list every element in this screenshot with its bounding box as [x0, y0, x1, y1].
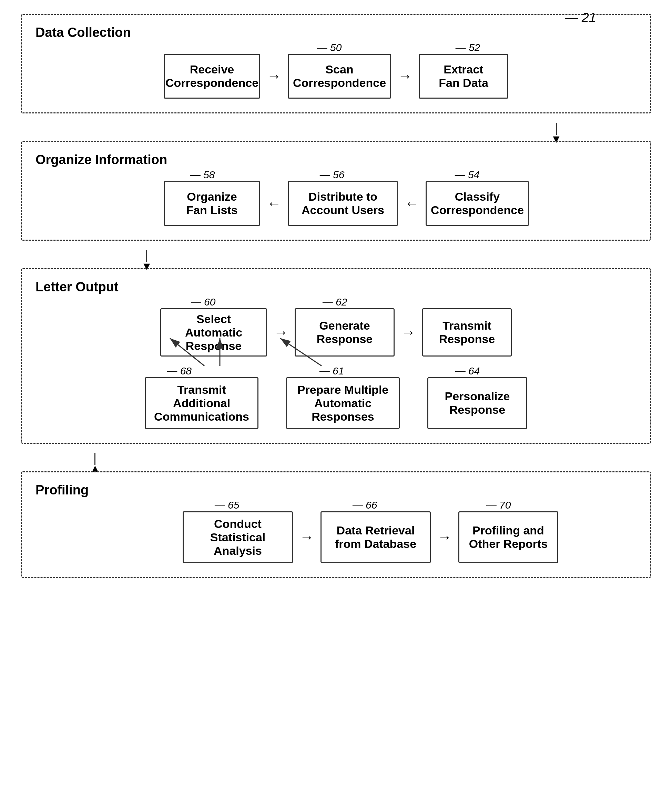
box-profiling-reports: — 70 Profiling andOther Reports: [458, 511, 558, 563]
box-personalize-response: — 64 PersonalizeResponse: [427, 377, 527, 429]
section-title-profiling: Profiling: [36, 483, 636, 498]
arrow-classify-to-distribute: [398, 195, 425, 212]
box-prepare-multiple: — 61 Prepare MultipleAutomatic Responses: [286, 377, 400, 429]
letter-output-top-row: — 60 Select AutomaticResponse — 62 Gener…: [36, 308, 636, 357]
box-profiling-reports-label: Profiling andOther Reports: [469, 524, 548, 551]
data-collection-row: ReceiveCorrespondence — 50 ScanCorrespon…: [36, 54, 636, 99]
box-data-retrieval: — 66 Data Retrievalfrom Database: [320, 511, 431, 563]
box-prepare-label: Prepare MultipleAutomatic Responses: [294, 383, 392, 423]
arrow-data-to-profiling: [431, 529, 458, 546]
arrow-scan-to-extract: [391, 68, 419, 84]
box-distribute-label: Distribute toAccount Users: [301, 190, 384, 217]
section-title-letter-output: Letter Output: [36, 280, 636, 295]
arrow-distribute-to-organize: [260, 195, 288, 212]
ref-extract: — 52: [456, 42, 480, 53]
ref-scan: — 50: [317, 42, 342, 53]
box-transmit-additional-label: Transmit AdditionalCommunications: [153, 383, 250, 423]
box-organize-fan-lists: — 58 OrganizeFan Lists: [164, 181, 260, 226]
ref-distribute: — 56: [320, 169, 345, 181]
organize-information-row: — 58 OrganizeFan Lists — 56 Distribute t…: [36, 181, 636, 226]
box-transmit-label: TransmitResponse: [439, 319, 495, 346]
box-generate-response: — 62 GenerateResponse: [294, 308, 395, 357]
box-classify-label: ClassifyCorrespondence: [431, 190, 524, 217]
box-conduct-statistical: — 65 Conduct StatisticalAnalysis: [183, 511, 293, 563]
section-title-organize: Organize Information: [36, 152, 636, 167]
box-select-automatic-response: — 60 Select AutomaticResponse: [160, 308, 267, 357]
arrow-receive-to-scan: [260, 68, 288, 84]
ref-prepare: — 61: [320, 365, 344, 377]
ref-classify: — 54: [455, 169, 480, 181]
section-organize-information: Organize Information — 58 OrganizeFan Li…: [21, 141, 651, 241]
box-generate-label: GenerateResponse: [317, 319, 373, 346]
arrow-select-to-generate: [267, 324, 294, 341]
section-title-data-collection: Data Collection: [36, 25, 636, 40]
box-scan-correspondence: — 50 ScanCorrespondence: [288, 54, 391, 99]
ref-organize: — 58: [190, 169, 215, 181]
box-distribute-to-account: — 56 Distribute toAccount Users: [288, 181, 398, 226]
box-personalize-label: PersonalizeResponse: [445, 390, 510, 416]
section-profiling: Profiling — 65 Conduct StatisticalAnalys…: [21, 471, 651, 578]
section-letter-output: Letter Output — 60 Select AutomaticRespo…: [21, 268, 651, 444]
box-organize-label: OrganizeFan Lists: [186, 190, 237, 217]
box-extract-fan-data: — 52 ExtractFan Data: [419, 54, 508, 99]
box-transmit-additional: — 68 Transmit AdditionalCommunications: [145, 377, 259, 429]
section-data-collection: Data Collection ReceiveCorrespondence — …: [21, 14, 651, 113]
ref-generate: — 62: [323, 296, 347, 308]
box-extract-label: ExtractFan Data: [439, 63, 488, 90]
box-classify-correspondence: — 54 ClassifyCorrespondence: [425, 181, 529, 226]
box-transmit-response: TransmitResponse: [422, 308, 512, 357]
ref-transmit-add: — 68: [167, 365, 192, 377]
box-select-label: Select AutomaticResponse: [168, 312, 259, 353]
profiling-row: — 65 Conduct StatisticalAnalysis — 66 Da…: [36, 511, 636, 563]
arrow-conduct-to-data: [293, 529, 320, 546]
ref-conduct: — 65: [215, 499, 240, 511]
ref-personalize: — 64: [455, 365, 480, 377]
ref-data-retrieval: — 66: [352, 499, 378, 511]
box-receive-label: ReceiveCorrespondence: [165, 63, 259, 90]
box-scan-label: ScanCorrespondence: [293, 63, 386, 90]
letter-output-bottom-row: — 68 Transmit AdditionalCommunications —…: [36, 377, 636, 429]
box-conduct-label: Conduct StatisticalAnalysis: [191, 517, 285, 558]
ref-profiling: — 70: [486, 499, 511, 511]
box-data-retrieval-label: Data Retrievalfrom Database: [335, 524, 416, 551]
ref-select: — 60: [191, 296, 216, 308]
box-receive-correspondence: ReceiveCorrespondence: [164, 54, 260, 99]
arrow-generate-to-transmit: [395, 324, 422, 341]
